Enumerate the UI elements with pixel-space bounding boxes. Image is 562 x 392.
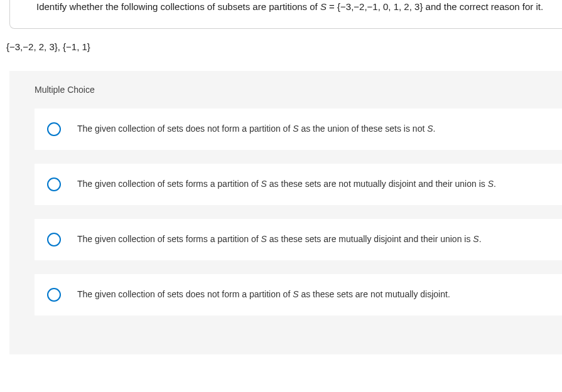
radio-button[interactable] bbox=[47, 288, 61, 302]
option-var2: S bbox=[488, 179, 494, 189]
option-post: . bbox=[494, 179, 496, 189]
multiple-choice-container: Multiple Choice The given collection of … bbox=[9, 71, 562, 354]
option-var2: S bbox=[427, 124, 433, 134]
option-row[interactable]: The given collection of sets forms a par… bbox=[35, 164, 562, 205]
option-mid: as these sets are mutually disjoint and … bbox=[267, 234, 473, 244]
option-text: The given collection of sets does not fo… bbox=[77, 123, 435, 135]
option-mid: as the union of these sets is not bbox=[299, 124, 428, 134]
option-var: S bbox=[293, 124, 298, 134]
prompt-prefix: Identify whether the following collectio… bbox=[36, 1, 320, 12]
option-row[interactable]: The given collection of sets does not fo… bbox=[35, 109, 562, 150]
option-text: The given collection of sets forms a par… bbox=[77, 178, 496, 191]
option-pre: The given collection of sets does not fo… bbox=[77, 289, 293, 299]
option-var: S bbox=[261, 234, 267, 244]
option-var: S bbox=[261, 179, 267, 189]
option-post: . bbox=[479, 234, 482, 244]
question-box: Identify whether the following collectio… bbox=[9, 0, 562, 29]
radio-button[interactable] bbox=[47, 177, 61, 191]
subsets-text: {−3,−2, 2, 3}, {−1, 1} bbox=[6, 41, 562, 52]
option-pre: The given collection of sets forms a par… bbox=[77, 234, 261, 244]
option-row[interactable]: The given collection of sets does not fo… bbox=[35, 274, 562, 315]
option-text: The given collection of sets forms a par… bbox=[77, 233, 482, 246]
option-post: . bbox=[433, 124, 436, 134]
question-prompt: Identify whether the following collectio… bbox=[36, 0, 562, 13]
option-var2: S bbox=[473, 234, 478, 244]
option-text: The given collection of sets does not fo… bbox=[77, 289, 450, 301]
option-var: S bbox=[293, 289, 298, 299]
set-variable: S bbox=[320, 1, 327, 12]
radio-button[interactable] bbox=[47, 233, 61, 246]
option-mid: as these sets are not mutually disjoint. bbox=[299, 289, 450, 299]
set-definition: = {−3,−2,−1, 0, 1, 2, 3} and the correct… bbox=[327, 1, 543, 12]
option-pre: The given collection of sets forms a par… bbox=[77, 179, 261, 189]
option-row[interactable]: The given collection of sets forms a par… bbox=[35, 219, 562, 260]
option-mid: as these sets are not mutually disjoint … bbox=[267, 179, 488, 189]
option-pre: The given collection of sets does not fo… bbox=[77, 124, 293, 134]
radio-button[interactable] bbox=[47, 122, 61, 136]
mc-header: Multiple Choice bbox=[9, 71, 562, 109]
